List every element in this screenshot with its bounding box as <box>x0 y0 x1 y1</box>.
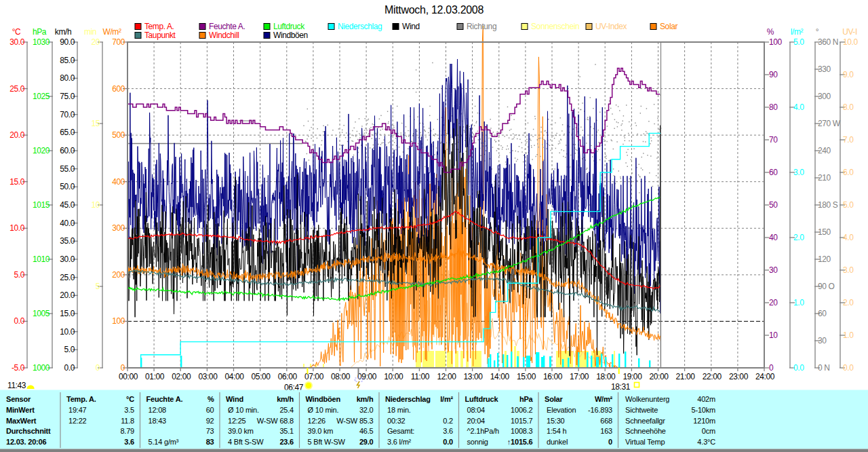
svg-text:30: 30 <box>769 265 778 275</box>
svg-text:UV-I: UV-I <box>842 27 857 37</box>
svg-text:20: 20 <box>91 37 100 47</box>
svg-text:75.0: 75.0 <box>60 92 75 101</box>
svg-text:60: 60 <box>818 309 827 318</box>
svg-text:100: 100 <box>769 37 783 47</box>
svg-text:300: 300 <box>818 92 831 101</box>
svg-text:km/h: km/h <box>55 27 71 37</box>
svg-text:Schneefallgr: Schneefallgr <box>625 417 665 425</box>
svg-text:70.0: 70.0 <box>60 110 75 119</box>
svg-text:Ø 10 min.: Ø 10 min. <box>228 406 259 414</box>
svg-text:30.0: 30.0 <box>9 37 24 47</box>
svg-text:Elevation: Elevation <box>547 406 576 414</box>
svg-text:5-10km: 5-10km <box>692 406 716 414</box>
svg-text:73: 73 <box>206 427 214 435</box>
svg-text:W/m²: W/m² <box>102 27 121 37</box>
svg-text:0.2: 0.2 <box>443 417 453 425</box>
svg-text:03:00: 03:00 <box>198 372 218 381</box>
svg-text:Feuchte A.: Feuchte A. <box>146 395 183 403</box>
svg-text:Sensor: Sensor <box>6 395 31 403</box>
svg-text:Feuchte A.: Feuchte A. <box>209 22 245 31</box>
svg-text:0: 0 <box>121 363 125 373</box>
svg-text:3.0: 3.0 <box>843 265 854 275</box>
svg-text:1006.2: 1006.2 <box>511 406 533 414</box>
svg-text:06:00: 06:00 <box>278 372 298 381</box>
svg-text:10: 10 <box>769 331 778 340</box>
svg-text:04:00: 04:00 <box>224 372 244 381</box>
svg-text:Windböen: Windböen <box>306 395 341 403</box>
svg-text:11:43: 11:43 <box>7 381 26 390</box>
svg-text:0: 0 <box>769 363 774 373</box>
svg-text:12:26: 12:26 <box>308 417 326 425</box>
svg-text:km/h: km/h <box>357 395 374 403</box>
svg-text:Sonnenschein: Sonnenschein <box>531 22 579 31</box>
svg-text:0.0: 0.0 <box>443 438 453 446</box>
svg-text:Niederschlag: Niederschlag <box>385 395 431 403</box>
svg-text:85.0: 85.0 <box>60 56 75 65</box>
svg-text:sonnig: sonnig <box>467 438 488 446</box>
svg-text:Mittwoch, 12.03.2008: Mittwoch, 12.03.2008 <box>384 4 484 16</box>
svg-text:80.0: 80.0 <box>60 73 75 83</box>
svg-text:12:25: 12:25 <box>228 417 246 425</box>
svg-text:700: 700 <box>112 37 125 47</box>
svg-text:02:00: 02:00 <box>172 372 191 381</box>
svg-text:00:32: 00:32 <box>387 417 406 425</box>
svg-text:20.0: 20.0 <box>60 290 75 300</box>
svg-text:05:00: 05:00 <box>252 372 271 381</box>
svg-text:6.0: 6.0 <box>843 168 854 177</box>
svg-text:10.0: 10.0 <box>843 37 858 47</box>
svg-text:12:22: 12:22 <box>68 417 87 425</box>
svg-text:50: 50 <box>769 200 778 210</box>
svg-text:32.0: 32.0 <box>359 406 374 414</box>
svg-text:^2.1hPa/h: ^2.1hPa/h <box>467 427 499 435</box>
svg-text:1025: 1025 <box>33 92 50 101</box>
svg-text:0: 0 <box>608 438 612 446</box>
svg-text:08:00: 08:00 <box>331 372 351 381</box>
svg-text:50.0: 50.0 <box>60 182 75 191</box>
svg-text:3.0: 3.0 <box>793 168 804 177</box>
svg-text:83: 83 <box>206 438 214 446</box>
svg-text:60.0: 60.0 <box>60 146 75 155</box>
svg-text:5.0: 5.0 <box>64 345 75 354</box>
svg-text:Durchschnitt: Durchschnitt <box>6 427 51 435</box>
svg-text:402m: 402m <box>697 395 715 403</box>
svg-text:1005: 1005 <box>33 309 50 318</box>
svg-text:00:00: 00:00 <box>119 372 138 381</box>
svg-text:120: 120 <box>818 255 831 264</box>
svg-text:Luftdruck: Luftdruck <box>465 395 499 403</box>
svg-text:MinWert: MinWert <box>6 406 35 414</box>
svg-text:150: 150 <box>818 227 831 237</box>
svg-text:92: 92 <box>206 417 214 425</box>
svg-text:45.0: 45.0 <box>60 200 75 210</box>
svg-text:7.0: 7.0 <box>843 135 854 145</box>
svg-text:600: 600 <box>112 84 125 94</box>
svg-text:10:00: 10:00 <box>384 372 403 381</box>
svg-text:210: 210 <box>818 173 831 183</box>
svg-text:Wolkenunterg: Wolkenunterg <box>625 395 669 403</box>
svg-text:500: 500 <box>112 130 125 140</box>
svg-text:13:00: 13:00 <box>464 372 484 381</box>
svg-text:1000: 1000 <box>33 363 50 373</box>
svg-text:19:00: 19:00 <box>623 372 642 381</box>
svg-text:15.0: 15.0 <box>9 177 24 187</box>
svg-text:15:30: 15:30 <box>547 417 565 425</box>
svg-text:668: 668 <box>600 417 612 425</box>
svg-text:1.0: 1.0 <box>793 298 804 307</box>
svg-text:Schneehöhe: Schneehöhe <box>625 427 666 435</box>
svg-text:4.3°C: 4.3°C <box>697 438 715 446</box>
svg-text:1008.3: 1008.3 <box>511 427 533 435</box>
svg-text:01:00: 01:00 <box>145 372 165 381</box>
svg-text:200: 200 <box>112 270 125 280</box>
svg-text:MaxWert: MaxWert <box>6 417 37 425</box>
svg-text:14:00: 14:00 <box>490 372 510 381</box>
svg-text:1:54 h: 1:54 h <box>547 427 566 435</box>
svg-text:55.0: 55.0 <box>60 164 75 174</box>
svg-text:Wind: Wind <box>402 22 420 31</box>
svg-text:18:43: 18:43 <box>149 417 167 425</box>
svg-text:3.6 l/m²: 3.6 l/m² <box>387 438 412 446</box>
svg-text:80: 80 <box>769 102 778 112</box>
svg-text:1030: 1030 <box>33 37 50 47</box>
svg-text:39.0 km: 39.0 km <box>308 427 334 435</box>
svg-text:0.0: 0.0 <box>14 316 25 326</box>
svg-text:W/m²: W/m² <box>595 395 613 403</box>
svg-text:9.0: 9.0 <box>843 70 854 79</box>
